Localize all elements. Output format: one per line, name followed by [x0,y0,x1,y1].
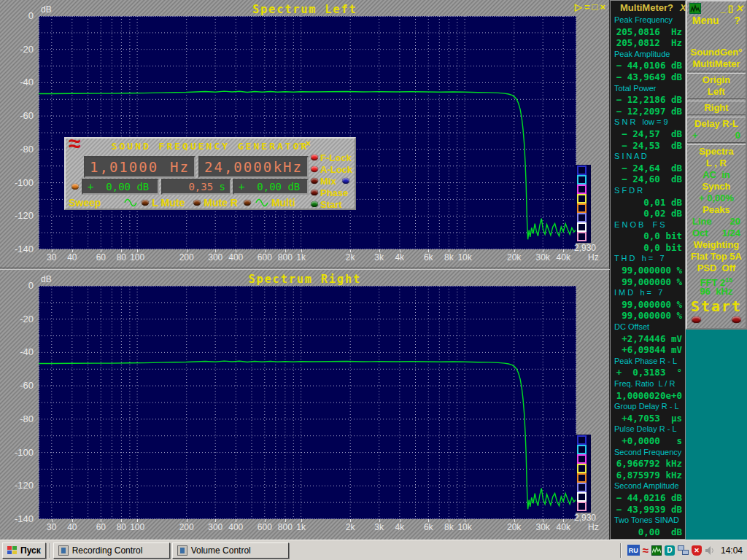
panel-item-spectra[interactable]: Spectra [687,146,746,158]
panel-item-soundgen[interactable]: SoundGen° [687,47,746,58]
palette-color-swatch[interactable] [577,473,587,483]
close-icon[interactable]: × [306,139,311,149]
multimeter-value: 0,0 bit [611,242,685,254]
start-led[interactable] [311,201,318,207]
level-right-field[interactable]: + 0,00 dB [233,179,309,195]
panel-item-psd-off[interactable]: PSD Off [687,262,746,274]
help-icon[interactable]: ? [667,2,673,13]
start-button[interactable]: Пуск [2,542,46,559]
palette-legend[interactable] [576,435,591,513]
generator-window-controls[interactable]: − × [298,139,311,149]
level-left-field[interactable]: + 0,00 dB [82,179,159,195]
panel-item-line-20[interactable]: Line20 [687,216,746,228]
palette-color-swatch[interactable] [577,166,587,175]
audio-driver-tray-icon[interactable]: D [665,545,675,556]
phase-button[interactable]: Phase [320,187,348,198]
frequency-left-field[interactable]: 1,01000 Hz [84,156,196,178]
multimeter-label: DC Offset [611,322,685,333]
minimize-icon[interactable]: − [298,139,303,149]
a-lock-led[interactable] [311,166,318,172]
palette-color-swatch[interactable] [577,445,587,454]
security-alert-tray-icon[interactable]: ✕ [692,545,702,556]
palette-color-swatch[interactable] [577,194,587,203]
close-icon[interactable]: × [600,1,605,12]
multimeter-value: +6,09844 mV [611,344,685,356]
palette-color-swatch[interactable] [577,203,587,213]
panel-item-fft-size[interactable]: FFT 215 [687,274,746,286]
help-icon[interactable]: ? [734,15,740,28]
l-mute-button[interactable]: L Mute [152,197,185,209]
panel-item-oct-1-24[interactable]: Oct1/24 [687,228,746,239]
mute-r-led[interactable] [193,200,201,206]
close-icon[interactable]: ✕ [735,3,743,14]
palette-color-swatch[interactable] [577,483,587,492]
language-indicator[interactable]: RU [627,545,640,556]
phase-led[interactable] [311,190,318,195]
mute-r-button[interactable]: Mute R [204,197,238,209]
palette-color-swatch[interactable] [577,222,587,232]
task-button-volume-control[interactable]: Volume Control [172,542,289,559]
palette-color-swatch[interactable] [577,175,587,184]
y-axis-unit-label: dB [41,4,52,15]
panel-item-peaks[interactable]: Peaks [687,204,746,216]
f-lock-led[interactable] [311,155,318,160]
minimize-icon[interactable]: = [584,1,590,12]
palette-color-swatch[interactable] [577,184,587,194]
panel-item-synch[interactable]: Synch [687,181,746,192]
panel-item-multimeter[interactable]: MultiMeter [687,58,746,70]
y-tick-label: -60 [0,110,34,121]
panel-item-weighting[interactable]: Weighting [687,239,746,251]
network-tray-icon[interactable] [678,545,689,555]
panel-item-start[interactable]: Start [687,298,746,315]
f-lock-button[interactable]: F-Lock [320,152,352,163]
soundgen-tray-icon[interactable]: ≈ [643,544,649,556]
mix-extra-led[interactable] [342,178,349,184]
panel-item-synch-value[interactable]: + 0,00% [687,192,746,204]
multimeter-label: Second Frequency [611,447,685,459]
start-button[interactable]: Start [320,199,342,210]
panel-item-spectra-channels[interactable]: L , R [687,158,746,169]
panel-item-delay-value[interactable]: +0 [687,130,746,141]
palette-color-swatch[interactable] [577,213,587,222]
panel-item-sample-rate[interactable]: 96 kHz [687,286,746,298]
palette-color-swatch[interactable] [577,464,587,473]
l-mute-led[interactable] [142,200,149,206]
menu-button[interactable]: Menu [692,15,719,28]
sweep-time-field[interactable]: 0,35 s [161,179,231,195]
palette-color-swatch[interactable] [577,454,587,464]
palette-color-swatch[interactable] [577,502,587,511]
spectrum-canvas-right[interactable] [39,286,576,519]
panel-item-origin-left[interactable]: Left [687,86,746,98]
maximize-icon[interactable]: □ [592,1,598,12]
panel-item-origin[interactable]: Origin [687,74,746,86]
frequency-right-field[interactable]: 24,0000 kHz [198,156,309,178]
palette-color-swatch[interactable] [577,232,587,241]
multimeter-label: Freq. Ratio L / R [611,378,685,390]
sweep-button[interactable]: Sweep [69,197,101,209]
y-tick-label: -120 [0,210,34,221]
a-lock-button[interactable]: A-Lock [320,164,352,175]
mix-button[interactable]: Mix [320,176,336,187]
spectrum-analyzer-tray-icon[interactable] [651,545,662,556]
panel-item-ac-in[interactable]: AC in [687,169,746,181]
palette-color-swatch[interactable] [577,492,587,502]
multimeter-value: − 24,57 dB [611,128,685,140]
plot-window-controls[interactable]: ▷=□× [573,1,605,12]
multi-led[interactable] [244,200,251,206]
panel-item-delay-r-l[interactable]: Delay R-L [687,118,746,130]
palette-legend[interactable] [576,165,591,243]
minimize-icon[interactable]: _ [721,3,726,14]
sweep-led[interactable] [71,184,79,190]
multi-button[interactable]: Multi [271,197,295,209]
task-button-recording-control[interactable]: Recording Control [53,542,170,559]
panel-item-flat-top-5a[interactable]: Flat Top 5A [687,251,746,262]
panel-item-origin-right[interactable]: Right [687,102,746,114]
sweep-time-value: 0,35 [188,181,213,192]
maximize-icon[interactable]: ▯ [728,3,733,14]
palette-color-swatch[interactable] [577,435,587,445]
play-icon[interactable]: ▷ [575,1,582,12]
mix-led[interactable] [311,178,318,184]
volume-tray-icon[interactable] [705,545,715,556]
x-tick-mark [563,249,564,252]
spectrum-canvas-left[interactable] [39,16,576,249]
